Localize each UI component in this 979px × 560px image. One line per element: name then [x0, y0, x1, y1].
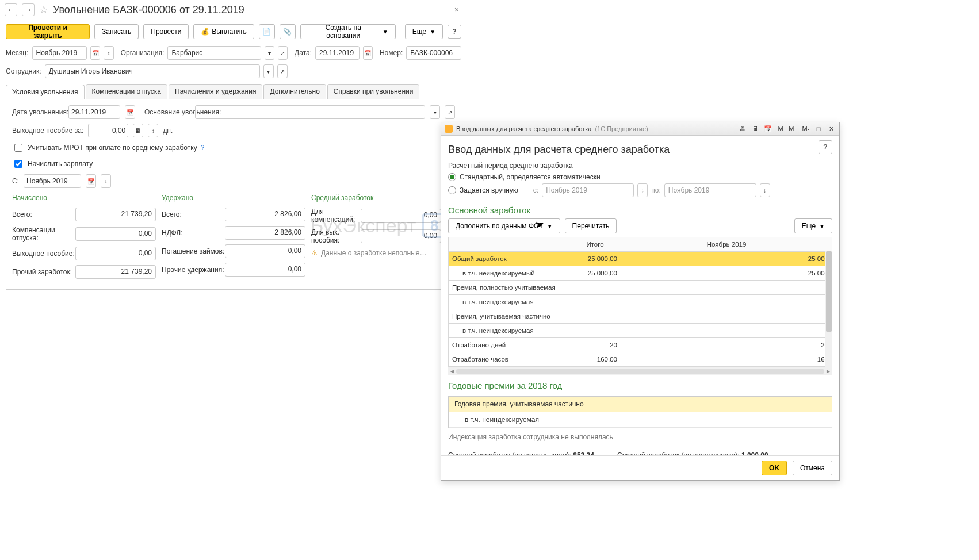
forward-button[interactable]: → — [22, 3, 35, 16]
row-total[interactable]: 160,00 — [569, 352, 621, 367]
employee-open[interactable]: ↗ — [277, 64, 288, 78]
severance-calc[interactable]: 🖩 — [133, 124, 143, 137]
from-month-field[interactable]: Ноябрь 2019 — [24, 174, 81, 188]
row-month[interactable]: 160 — [621, 352, 832, 367]
radio-manual[interactable] — [448, 186, 456, 194]
tab-dismissal-conditions[interactable]: Условия увольнения — [6, 85, 85, 99]
reason-open[interactable]: ↗ — [445, 105, 455, 119]
row-total[interactable]: 25 000,00 — [569, 266, 621, 281]
period-from-field[interactable]: Ноябрь 2019 — [542, 183, 634, 197]
m-button[interactable]: M — [776, 124, 785, 133]
row-month[interactable] — [621, 324, 832, 338]
yearly-row[interactable]: Годовая премия, учитываемая частично — [449, 397, 832, 412]
dismissal-date-field[interactable]: 29.11.2019 — [68, 105, 120, 119]
yearly-row[interactable]: в т.ч. неиндексируемая — [449, 412, 832, 428]
row-total[interactable]: 25 000,00 — [569, 252, 621, 266]
row-month[interactable]: 25 000 — [621, 266, 832, 281]
ok-button[interactable]: OK — [762, 461, 787, 475]
back-button[interactable]: ← — [5, 3, 17, 16]
post-button[interactable]: Провести — [143, 24, 189, 39]
table-row[interactable]: в т.ч. неиндексируемая — [449, 295, 832, 309]
dialog-more-button[interactable]: Еще▼ — [794, 218, 832, 233]
dialog-help-button[interactable]: ? — [819, 140, 832, 154]
reread-button[interactable]: Перечитать — [565, 218, 617, 233]
from-stepper[interactable]: ↕ — [101, 174, 111, 188]
pay-button[interactable]: 💰Выплатить — [193, 24, 254, 39]
accrue-salary-checkbox[interactable] — [14, 160, 22, 168]
org-dropdown[interactable]: ▾ — [265, 46, 274, 60]
row-month[interactable] — [621, 309, 832, 324]
severance-stepper[interactable]: ↕ — [148, 124, 158, 137]
close-icon[interactable]: × — [451, 5, 462, 14]
row-month[interactable] — [621, 281, 832, 295]
dismissal-date-calendar[interactable]: 📅 — [125, 105, 135, 119]
comp-value[interactable]: 0,00 — [361, 209, 441, 223]
attach-icon[interactable]: 📎 — [280, 24, 296, 39]
severance-field[interactable]: 0,00 — [88, 124, 128, 137]
accrued-total-value: 21 739,20 — [75, 208, 156, 221]
fill-by-fot-button[interactable]: Дополнить по данным ФОТ▼ — [448, 218, 560, 233]
table-scrollbar-y[interactable] — [825, 251, 832, 367]
other-accr-label: Прочий заработок: — [12, 268, 75, 276]
tab-accruals-deductions[interactable]: Начисления и удержания — [169, 84, 262, 99]
accrued-heading: Начислено — [12, 194, 156, 202]
other-withh-label: Прочие удержания: — [162, 266, 225, 274]
reason-dropdown[interactable]: ▾ — [430, 105, 440, 119]
table-row[interactable]: в т.ч. неиндексируемая — [449, 324, 832, 338]
tab-certificates[interactable]: Справки при увольнении — [327, 84, 420, 99]
row-month[interactable]: 25 000 — [621, 252, 832, 266]
month-calendar-icon[interactable]: 📅 — [90, 46, 100, 60]
row-total[interactable] — [569, 324, 621, 338]
table-row[interactable]: в т.ч. неиндексируемый25 000,0025 000 — [449, 266, 832, 281]
print-preview-icon[interactable]: 🖶 — [738, 124, 747, 133]
employee-dropdown[interactable]: ▾ — [263, 64, 274, 78]
dialog-close-icon[interactable]: ✕ — [827, 124, 836, 133]
table-row[interactable]: Отработано часов160,00160 — [449, 352, 832, 367]
org-field[interactable]: Барбарис — [167, 46, 261, 60]
table-scrollbar-x[interactable]: ◄► — [448, 367, 832, 375]
m-minus-button[interactable]: M- — [801, 124, 810, 133]
mrot-help-link[interactable]: ? — [201, 144, 205, 152]
employee-field[interactable]: Душицын Игорь Иванович — [45, 64, 260, 78]
date-calendar-icon[interactable]: 📅 — [363, 46, 373, 60]
more-button[interactable]: Еще▼ — [405, 24, 443, 39]
date-field[interactable]: 29.11.2019 — [315, 46, 360, 60]
maximize-icon[interactable]: □ — [814, 124, 823, 133]
cancel-button[interactable]: Отмена — [793, 461, 832, 475]
save-button[interactable]: Записать — [94, 24, 139, 39]
print-icon[interactable]: 📄 — [259, 24, 275, 39]
table-row[interactable]: Общий заработок25 000,0025 000 — [449, 252, 832, 266]
row-total[interactable] — [569, 309, 621, 324]
favorite-icon[interactable]: ☆ — [39, 3, 48, 16]
page-title: Увольнение БАЗК-000006 от 29.11.2019 — [53, 4, 446, 16]
sev-pay-value[interactable]: 0,00 — [361, 229, 441, 243]
calendar-icon[interactable]: 📅 — [763, 124, 773, 133]
row-month[interactable]: 20 — [621, 338, 832, 352]
row-total[interactable]: 20 — [569, 338, 621, 352]
mrot-checkbox[interactable] — [14, 144, 22, 152]
table-row[interactable]: Премия, полностью учитываемая — [449, 281, 832, 295]
month-stepper[interactable]: ↕ — [104, 46, 113, 60]
period-to-stepper[interactable]: ↕ — [760, 183, 770, 197]
tab-additional[interactable]: Дополнительно — [263, 84, 326, 99]
dismissal-reason-field[interactable] — [195, 105, 425, 119]
table-row[interactable]: Премия, учитываемая частично — [449, 309, 832, 324]
row-month[interactable] — [621, 295, 832, 309]
row-total[interactable] — [569, 295, 621, 309]
m-plus-button[interactable]: M+ — [789, 124, 798, 133]
period-to-field[interactable]: Ноябрь 2019 — [664, 183, 756, 197]
create-based-button[interactable]: Создать на основании▼ — [300, 24, 396, 39]
yearly-table: Годовая премия, учитываемая частичнов т.… — [448, 396, 832, 428]
other-withh-value: 0,00 — [225, 263, 305, 277]
post-and-close-button[interactable]: Провести и закрыть — [6, 24, 90, 39]
radio-standard[interactable] — [448, 173, 456, 181]
period-from-stepper[interactable]: ↕ — [637, 183, 648, 197]
table-row[interactable]: Отработано дней2020 — [449, 338, 832, 352]
from-calendar[interactable]: 📅 — [86, 174, 96, 188]
row-total[interactable] — [569, 281, 621, 295]
month-field[interactable]: Ноябрь 2019 — [32, 46, 87, 60]
help-button[interactable]: ? — [448, 25, 461, 39]
calc-icon[interactable]: 🖩 — [751, 124, 760, 133]
tab-vacation-compensation[interactable]: Компенсации отпуска — [86, 84, 167, 99]
org-open[interactable]: ↗ — [278, 46, 288, 60]
